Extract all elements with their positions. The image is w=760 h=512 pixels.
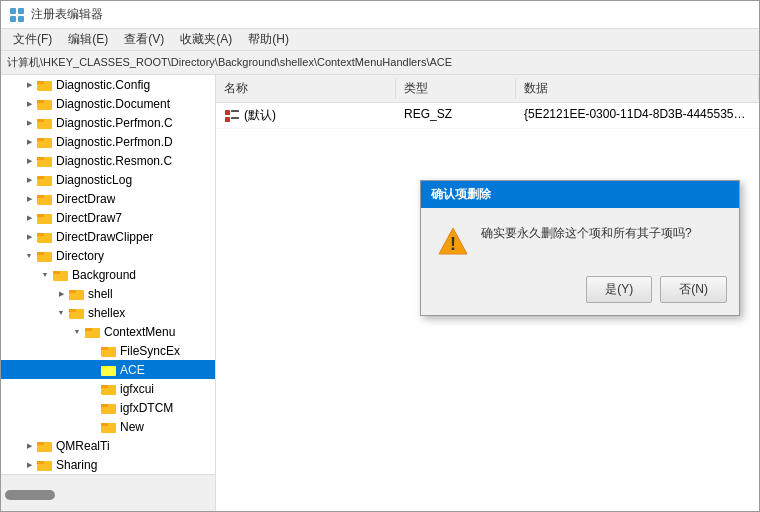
folder-icon [101, 363, 117, 377]
expander-icon[interactable] [21, 115, 37, 131]
reg-value-icon [224, 109, 240, 123]
tree-item-new[interactable]: New [1, 417, 215, 436]
svg-rect-48 [225, 117, 230, 122]
expander-icon[interactable] [21, 457, 37, 473]
folder-icon [37, 192, 53, 206]
col-header-type[interactable]: 类型 [396, 78, 516, 99]
tree-item-directdraw[interactable]: DirectDraw [1, 189, 215, 208]
folder-icon [37, 97, 53, 111]
tree-scrollbar-thumb[interactable] [5, 490, 55, 500]
tree-item-sharing[interactable]: Sharing [1, 455, 215, 474]
tree-item-label: Diagnostic.Perfmon.C [56, 116, 173, 130]
folder-icon [37, 458, 53, 472]
col-header-name[interactable]: 名称 [216, 78, 396, 99]
tree-item-igfxcui[interactable]: igfxcui [1, 379, 215, 398]
tree-item-directdrawclipper[interactable]: DirectDrawClipper [1, 227, 215, 246]
tree-item-label: DirectDrawClipper [56, 230, 153, 244]
svg-rect-35 [101, 366, 108, 369]
dialog-body: ! 确实要永久删除这个项和所有其子项吗? [421, 208, 739, 268]
svg-rect-46 [225, 110, 230, 115]
dialog-yes-button[interactable]: 是(Y) [586, 276, 652, 303]
tree-item-label: Background [72, 268, 136, 282]
folder-icon [69, 287, 85, 301]
expander-icon[interactable] [53, 305, 69, 321]
folder-icon [37, 173, 53, 187]
tree-item-ace[interactable]: ACE [1, 360, 215, 379]
folder-icon [37, 78, 53, 92]
tree-item-background[interactable]: Background [1, 265, 215, 284]
expander-icon[interactable] [21, 77, 37, 93]
svg-rect-43 [37, 442, 44, 445]
svg-rect-0 [10, 8, 16, 14]
tree-item-label: igfxcui [120, 382, 154, 396]
tree-item-diagnosticlog[interactable]: DiagnosticLog [1, 170, 215, 189]
expander-icon[interactable] [37, 267, 53, 283]
folder-icon [69, 306, 85, 320]
folder-icon [37, 439, 53, 453]
svg-rect-13 [37, 157, 44, 160]
tree-item-diagnostic-config[interactable]: Diagnostic.Config [1, 75, 215, 94]
svg-rect-17 [37, 195, 44, 198]
svg-rect-9 [37, 119, 44, 122]
expander-icon[interactable] [21, 172, 37, 188]
tree-item-diagnostic-resmon[interactable]: Diagnostic.Resmon.C [1, 151, 215, 170]
tree-item-diagnostic-perfmon-c[interactable]: Diagnostic.Perfmon.C [1, 113, 215, 132]
tree-item-shell[interactable]: shell [1, 284, 215, 303]
tree-item-shellex[interactable]: shellex [1, 303, 215, 322]
svg-rect-45 [37, 461, 44, 464]
menu-help[interactable]: 帮助(H) [240, 29, 297, 50]
svg-rect-23 [37, 252, 44, 255]
cell-data: {5E2121EE-0300-11D4-8D3B-444553540000} [516, 105, 759, 126]
menu-favorites[interactable]: 收藏夹(A) [172, 29, 240, 50]
address-text: 计算机\HKEY_CLASSES_ROOT\Directory\Backgrou… [7, 55, 452, 70]
svg-rect-21 [37, 233, 44, 236]
svg-rect-15 [37, 176, 44, 179]
svg-rect-41 [101, 423, 108, 426]
tree-item-qmrealtime[interactable]: QMRealTi [1, 436, 215, 455]
expander-icon[interactable] [53, 286, 69, 302]
expander-icon[interactable] [21, 229, 37, 245]
address-bar: 计算机\HKEY_CLASSES_ROOT\Directory\Backgrou… [1, 51, 759, 75]
folder-icon [37, 154, 53, 168]
col-header-data[interactable]: 数据 [516, 78, 759, 99]
cell-name: (默认) [216, 105, 396, 126]
dialog-no-button[interactable]: 否(N) [660, 276, 727, 303]
folder-icon [37, 116, 53, 130]
tree-item-label: Diagnostic.Resmon.C [56, 154, 172, 168]
expander-icon[interactable] [21, 210, 37, 226]
tree-item-contextmenu[interactable]: ContextMenu [1, 322, 215, 341]
folder-icon [85, 325, 101, 339]
window-title: 注册表编辑器 [31, 6, 103, 23]
expander-icon[interactable] [69, 324, 85, 340]
expander-icon [85, 419, 101, 435]
tree-item-label: ACE [120, 363, 145, 377]
svg-rect-3 [18, 16, 24, 22]
menu-file[interactable]: 文件(F) [5, 29, 60, 50]
svg-rect-49 [231, 117, 239, 119]
expander-icon[interactable] [21, 153, 37, 169]
tree-item-directory[interactable]: Directory [1, 246, 215, 265]
menu-view[interactable]: 查看(V) [116, 29, 172, 50]
tree-item-directdraw7[interactable]: DirectDraw7 [1, 208, 215, 227]
tree-item-label: Diagnostic.Config [56, 78, 150, 92]
expander-icon[interactable] [21, 248, 37, 264]
tree-item-diagnostic-document[interactable]: Diagnostic.Document [1, 94, 215, 113]
expander-icon[interactable] [21, 134, 37, 150]
tree-panel[interactable]: Diagnostic.Config Diagnostic.Document Di… [1, 75, 216, 511]
expander-icon[interactable] [21, 96, 37, 112]
tree-item-label: FileSyncEx [120, 344, 180, 358]
dialog-title-bar: 确认项删除 [421, 181, 739, 208]
folder-icon [37, 211, 53, 225]
expander-icon[interactable] [21, 438, 37, 454]
dialog-title-text: 确认项删除 [431, 186, 491, 203]
tree-item-filesync[interactable]: FileSyncEx [1, 341, 215, 360]
table-row[interactable]: (默认) REG_SZ {5E2121EE-0300-11D4-8D3B-444… [216, 103, 759, 129]
svg-rect-39 [101, 404, 108, 407]
tree-item-igfxdtcm[interactable]: igfxDTCM [1, 398, 215, 417]
tree-item-label: shellex [88, 306, 125, 320]
tree-item-diagnostic-perfmon-d[interactable]: Diagnostic.Perfmon.D [1, 132, 215, 151]
app-icon [9, 7, 25, 23]
menu-edit[interactable]: 编辑(E) [60, 29, 116, 50]
tree-item-label: shell [88, 287, 113, 301]
expander-icon[interactable] [21, 191, 37, 207]
